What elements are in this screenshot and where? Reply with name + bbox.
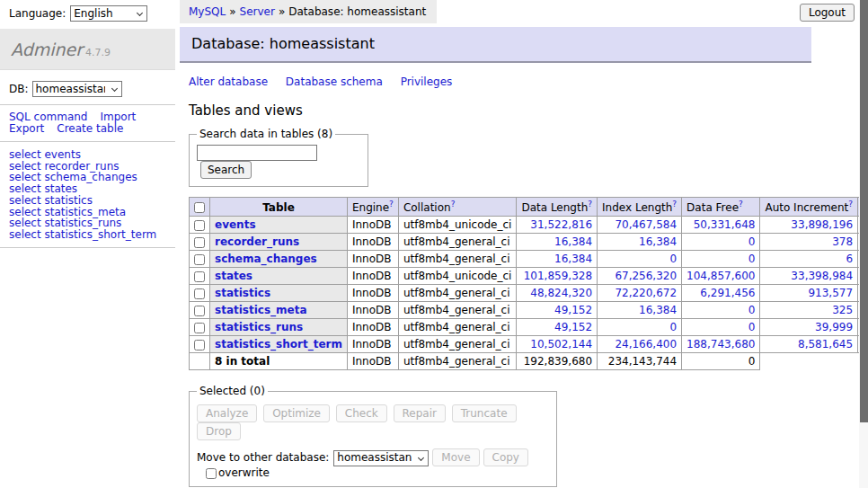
analyze-button[interactable]: Analyze <box>197 404 257 422</box>
index-length-link[interactable]: 0 <box>669 321 677 333</box>
row-checkbox[interactable] <box>194 271 205 282</box>
sidebar-item-select-statistics-short-term[interactable]: select statistics_short_term <box>9 229 175 241</box>
auto-increment-link[interactable]: 33,898,196 <box>791 218 853 231</box>
privileges-link[interactable]: Privileges <box>401 75 453 88</box>
data-length-link[interactable]: 49,152 <box>554 321 592 333</box>
index-length-link[interactable]: 67,256,320 <box>615 270 677 282</box>
database-schema-link[interactable]: Database schema <box>286 75 383 88</box>
data-length-link[interactable]: 101,859,328 <box>524 270 592 282</box>
language-select-control[interactable]: English <box>71 6 146 21</box>
table-name-link[interactable]: recorder_runs <box>215 235 299 248</box>
selected-fieldset: Selected (0) Analyze Optimize Check Repa… <box>189 385 557 487</box>
data-free-link[interactable]: 0 <box>748 253 756 265</box>
help-link[interactable]: ? <box>588 200 592 209</box>
scrollbar-thumb[interactable] <box>860 0 868 422</box>
table-name-link[interactable]: events <box>215 218 256 231</box>
data-free-link[interactable]: 50,331,648 <box>694 218 756 231</box>
row-checkbox[interactable] <box>194 220 205 231</box>
help-link[interactable]: ? <box>739 200 743 209</box>
check-button[interactable]: Check <box>336 404 387 422</box>
table-name-link[interactable]: statistics_runs <box>215 321 303 333</box>
row-checkbox[interactable] <box>194 254 205 265</box>
search-input[interactable] <box>197 145 317 161</box>
index-length-link[interactable]: 24,166,400 <box>615 338 677 350</box>
db-select-control[interactable]: homeassistant <box>33 82 121 96</box>
sidebar-item-select-events[interactable]: select events <box>9 149 175 161</box>
move-button[interactable]: Move <box>432 448 479 466</box>
table-header-row: Table Engine? Collation? Data Length? In… <box>190 198 868 217</box>
move-db-select-control[interactable]: homeassistant <box>334 451 428 466</box>
data-free-link[interactable]: 188,743,680 <box>686 338 755 350</box>
breadcrumb-server[interactable]: Server <box>240 5 275 18</box>
column-header-data-length: Data Length <box>521 201 588 214</box>
drop-button[interactable]: Drop <box>197 422 241 440</box>
row-checkbox[interactable] <box>194 288 205 299</box>
language-row: Language:English <box>0 0 175 20</box>
engine-cell: InnoDB <box>347 285 398 302</box>
row-checkbox[interactable] <box>194 323 205 333</box>
select-all-checkbox[interactable] <box>194 202 205 213</box>
help-link[interactable]: ? <box>848 200 853 209</box>
auto-increment-link[interactable]: 378 <box>832 235 853 248</box>
table-name-link[interactable]: states <box>215 270 252 282</box>
alter-database-link[interactable]: Alter database <box>189 75 268 88</box>
move-db-select[interactable]: homeassistant <box>333 450 429 466</box>
index-length-link[interactable]: 0 <box>669 253 677 265</box>
vertical-scrollbar[interactable] <box>859 0 868 488</box>
row-checkbox[interactable] <box>194 340 205 350</box>
sidebar-action-sql-command[interactable]: SQL command <box>9 111 87 123</box>
data-length-link[interactable]: 48,824,320 <box>530 287 592 299</box>
table-name-link[interactable]: schema_changes <box>215 253 317 265</box>
db-select[interactable]: homeassistant <box>32 81 122 97</box>
data-length-link[interactable]: 16,384 <box>554 235 592 248</box>
language-select[interactable]: English <box>70 5 147 22</box>
engine-cell: InnoDB <box>347 319 398 336</box>
collation-cell: utf8mb4_general_ci <box>398 353 517 370</box>
truncate-button[interactable]: Truncate <box>452 404 517 422</box>
help-link[interactable]: ? <box>672 200 677 209</box>
data-free-link[interactable]: 6,291,456 <box>700 287 755 299</box>
row-checkbox[interactable] <box>194 237 205 248</box>
sidebar-action-export[interactable]: Export <box>9 122 44 135</box>
table-name-link[interactable]: statistics_meta <box>215 304 307 316</box>
index-length-link[interactable]: 70,467,584 <box>615 218 677 231</box>
data-length-link[interactable]: 16,384 <box>554 253 592 265</box>
data-length-link[interactable]: 49,152 <box>554 304 592 316</box>
sidebar-item-select-states[interactable]: select states <box>9 183 175 195</box>
auto-increment-link[interactable]: 6 <box>846 253 853 265</box>
index-length-link[interactable]: 72,220,672 <box>615 287 677 299</box>
auto-increment-link[interactable]: 913,577 <box>808 287 853 299</box>
table-name-link[interactable]: statistics <box>215 287 270 299</box>
auto-increment-link[interactable]: 39,999 <box>815 321 853 333</box>
overwrite-checkbox[interactable] <box>206 468 217 479</box>
index-length-link[interactable]: 16,384 <box>639 304 677 316</box>
index-length-link[interactable]: 16,384 <box>639 235 677 248</box>
data-free-link[interactable]: 0 <box>748 235 756 248</box>
move-label: Move to other database: <box>197 451 329 464</box>
table-name-link[interactable]: statistics_short_term <box>215 338 342 350</box>
auto-increment-link[interactable]: 33,398,984 <box>791 270 853 282</box>
data-free-link[interactable]: 0 <box>748 321 756 333</box>
sidebar-action-create-table[interactable]: Create table <box>57 122 123 135</box>
search-button[interactable]: Search <box>200 161 252 179</box>
data-free-link[interactable]: 0 <box>748 304 756 316</box>
repair-button[interactable]: Repair <box>394 404 446 422</box>
data-length-link[interactable]: 31,522,816 <box>530 218 592 231</box>
row-checkbox[interactable] <box>194 306 205 316</box>
logout-button[interactable]: Logout <box>800 4 855 22</box>
help-link[interactable]: ? <box>451 200 456 209</box>
copy-button[interactable]: Copy <box>483 448 528 466</box>
data-length-link[interactable]: 10,502,144 <box>530 338 592 350</box>
optimize-button[interactable]: Optimize <box>263 404 330 422</box>
sidebar-item-select-statistics[interactable]: select statistics <box>9 195 175 207</box>
sidebar-action-import[interactable]: Import <box>100 111 136 123</box>
help-link[interactable]: ? <box>389 200 394 209</box>
auto-increment-link[interactable]: 8,581,645 <box>798 338 853 350</box>
auto-increment-link[interactable]: 325 <box>832 304 853 316</box>
collation-cell: utf8mb4_unicode_ci <box>398 268 517 285</box>
sidebar: Language:English Adminer4.7.9 DB:homeass… <box>0 0 175 254</box>
total-label: 8 in total <box>210 353 348 370</box>
breadcrumb-mysql[interactable]: MySQL <box>189 5 226 18</box>
data-free-link[interactable]: 104,857,600 <box>686 270 755 282</box>
total-data-free: 0 <box>682 353 760 370</box>
